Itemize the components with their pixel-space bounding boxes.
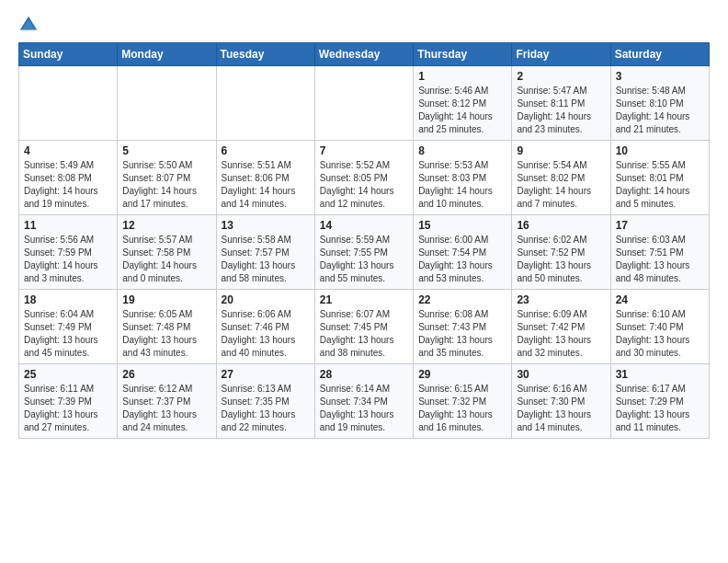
day-number: 21	[320, 293, 408, 306]
calendar-cell: 3 Sunrise: 5:48 AMSunset: 8:10 PMDayligh…	[610, 66, 709, 141]
day-number: 12	[122, 219, 210, 232]
day-info: Sunrise: 6:05 AMSunset: 7:48 PMDaylight:…	[122, 308, 210, 360]
day-info: Sunrise: 6:12 AMSunset: 7:37 PMDaylight:…	[122, 383, 210, 434]
calendar-cell: 19 Sunrise: 6:05 AMSunset: 7:48 PMDaylig…	[118, 290, 216, 364]
weekday-header-thursday: Thursday	[414, 43, 512, 66]
calendar-cell: 9 Sunrise: 5:54 AMSunset: 8:02 PMDayligh…	[512, 141, 610, 215]
day-info: Sunrise: 6:15 AMSunset: 7:32 PMDaylight:…	[418, 383, 506, 434]
day-number: 31	[616, 368, 704, 381]
day-number: 5	[122, 144, 210, 157]
calendar-cell: 6 Sunrise: 5:51 AMSunset: 8:06 PMDayligh…	[216, 141, 314, 215]
calendar-cell: 15 Sunrise: 6:00 AMSunset: 7:54 PMDaylig…	[414, 215, 512, 290]
calendar-cell	[118, 66, 216, 141]
day-info: Sunrise: 6:08 AMSunset: 7:43 PMDaylight:…	[418, 308, 506, 360]
calendar-cell: 22 Sunrise: 6:08 AMSunset: 7:43 PMDaylig…	[414, 290, 512, 364]
weekday-header-saturday: Saturday	[610, 43, 709, 66]
day-number: 17	[616, 219, 704, 232]
weekday-header-tuesday: Tuesday	[216, 43, 314, 66]
calendar-cell: 14 Sunrise: 5:59 AMSunset: 7:55 PMDaylig…	[314, 215, 413, 290]
calendar-cell: 24 Sunrise: 6:10 AMSunset: 7:40 PMDaylig…	[610, 290, 709, 364]
day-number: 8	[418, 144, 506, 157]
day-number: 20	[222, 293, 310, 306]
calendar-cell	[314, 66, 413, 141]
calendar-cell: 30 Sunrise: 6:16 AMSunset: 7:30 PMDaylig…	[512, 364, 610, 439]
calendar-cell: 10 Sunrise: 5:55 AMSunset: 8:01 PMDaylig…	[610, 141, 709, 215]
calendar-cell: 2 Sunrise: 5:47 AMSunset: 8:11 PMDayligh…	[512, 66, 610, 141]
day-number: 18	[24, 293, 112, 306]
weekday-header-wednesday: Wednesday	[314, 43, 413, 66]
day-number: 7	[320, 144, 408, 157]
day-info: Sunrise: 5:57 AMSunset: 7:58 PMDaylight:…	[122, 234, 210, 285]
day-info: Sunrise: 6:00 AMSunset: 7:54 PMDaylight:…	[418, 234, 506, 285]
calendar-cell: 11 Sunrise: 5:56 AMSunset: 7:59 PMDaylig…	[19, 215, 118, 290]
day-info: Sunrise: 5:59 AMSunset: 7:55 PMDaylight:…	[320, 234, 408, 285]
day-info: Sunrise: 6:04 AMSunset: 7:49 PMDaylight:…	[24, 308, 112, 360]
day-info: Sunrise: 5:48 AMSunset: 8:10 PMDaylight:…	[616, 85, 704, 136]
calendar-cell: 27 Sunrise: 6:13 AMSunset: 7:35 PMDaylig…	[216, 364, 314, 439]
calendar-cell: 5 Sunrise: 5:50 AMSunset: 8:07 PMDayligh…	[118, 141, 216, 215]
calendar-cell: 13 Sunrise: 5:58 AMSunset: 7:57 PMDaylig…	[216, 215, 314, 290]
day-info: Sunrise: 6:10 AMSunset: 7:40 PMDaylight:…	[616, 308, 704, 360]
day-number: 28	[320, 368, 408, 381]
day-info: Sunrise: 5:58 AMSunset: 7:57 PMDaylight:…	[222, 234, 310, 285]
calendar-cell: 16 Sunrise: 6:02 AMSunset: 7:52 PMDaylig…	[512, 215, 610, 290]
day-number: 13	[222, 219, 310, 232]
calendar-week-row: 25 Sunrise: 6:11 AMSunset: 7:39 PMDaylig…	[19, 364, 710, 439]
calendar-cell: 25 Sunrise: 6:11 AMSunset: 7:39 PMDaylig…	[19, 364, 118, 439]
day-number: 4	[24, 144, 112, 157]
day-number: 1	[418, 70, 506, 83]
day-info: Sunrise: 6:16 AMSunset: 7:30 PMDaylight:…	[517, 383, 605, 434]
day-info: Sunrise: 5:56 AMSunset: 7:59 PMDaylight:…	[24, 234, 112, 285]
calendar-cell: 17 Sunrise: 6:03 AMSunset: 7:51 PMDaylig…	[610, 215, 709, 290]
calendar-cell: 7 Sunrise: 5:52 AMSunset: 8:05 PMDayligh…	[314, 141, 413, 215]
day-info: Sunrise: 5:54 AMSunset: 8:02 PMDaylight:…	[517, 159, 605, 211]
day-number: 30	[517, 368, 605, 381]
day-info: Sunrise: 6:07 AMSunset: 7:45 PMDaylight:…	[320, 308, 408, 360]
day-number: 10	[616, 144, 704, 157]
day-number: 16	[517, 219, 605, 232]
weekday-header-friday: Friday	[512, 43, 610, 66]
day-info: Sunrise: 6:03 AMSunset: 7:51 PMDaylight:…	[616, 234, 704, 285]
calendar-cell: 28 Sunrise: 6:14 AMSunset: 7:34 PMDaylig…	[314, 364, 413, 439]
calendar-cell: 31 Sunrise: 6:17 AMSunset: 7:29 PMDaylig…	[610, 364, 709, 439]
day-number: 19	[122, 293, 210, 306]
calendar-table: SundayMondayTuesdayWednesdayThursdayFrid…	[18, 42, 710, 439]
day-info: Sunrise: 6:02 AMSunset: 7:52 PMDaylight:…	[517, 234, 605, 285]
day-info: Sunrise: 6:09 AMSunset: 7:42 PMDaylight:…	[517, 308, 605, 360]
calendar-cell	[216, 66, 314, 141]
calendar-cell: 20 Sunrise: 6:06 AMSunset: 7:46 PMDaylig…	[216, 290, 314, 364]
calendar-cell: 8 Sunrise: 5:53 AMSunset: 8:03 PMDayligh…	[414, 141, 512, 215]
logo-icon	[18, 15, 39, 35]
calendar-cell: 4 Sunrise: 5:49 AMSunset: 8:08 PMDayligh…	[19, 141, 118, 215]
day-number: 29	[418, 368, 506, 381]
day-number: 23	[517, 293, 605, 306]
day-info: Sunrise: 6:13 AMSunset: 7:35 PMDaylight:…	[222, 383, 310, 434]
logo	[18, 15, 42, 35]
calendar-cell: 29 Sunrise: 6:15 AMSunset: 7:32 PMDaylig…	[414, 364, 512, 439]
day-info: Sunrise: 5:49 AMSunset: 8:08 PMDaylight:…	[24, 159, 112, 211]
day-number: 26	[122, 368, 210, 381]
day-info: Sunrise: 6:14 AMSunset: 7:34 PMDaylight:…	[320, 383, 408, 434]
page-header	[18, 15, 710, 35]
day-number: 6	[222, 144, 310, 157]
day-number: 11	[24, 219, 112, 232]
calendar-week-row: 18 Sunrise: 6:04 AMSunset: 7:49 PMDaylig…	[19, 290, 710, 364]
day-number: 22	[418, 293, 506, 306]
day-number: 14	[320, 219, 408, 232]
day-info: Sunrise: 6:17 AMSunset: 7:29 PMDaylight:…	[616, 383, 704, 434]
calendar-cell: 21 Sunrise: 6:07 AMSunset: 7:45 PMDaylig…	[314, 290, 413, 364]
calendar-week-row: 4 Sunrise: 5:49 AMSunset: 8:08 PMDayligh…	[19, 141, 710, 215]
day-info: Sunrise: 5:55 AMSunset: 8:01 PMDaylight:…	[616, 159, 704, 211]
day-number: 27	[222, 368, 310, 381]
day-info: Sunrise: 6:11 AMSunset: 7:39 PMDaylight:…	[24, 383, 112, 434]
calendar-week-row: 11 Sunrise: 5:56 AMSunset: 7:59 PMDaylig…	[19, 215, 710, 290]
weekday-header-row: SundayMondayTuesdayWednesdayThursdayFrid…	[19, 43, 710, 66]
calendar-cell	[19, 66, 118, 141]
day-number: 15	[418, 219, 506, 232]
calendar-cell: 1 Sunrise: 5:46 AMSunset: 8:12 PMDayligh…	[414, 66, 512, 141]
calendar-cell: 18 Sunrise: 6:04 AMSunset: 7:49 PMDaylig…	[19, 290, 118, 364]
day-info: Sunrise: 5:51 AMSunset: 8:06 PMDaylight:…	[222, 159, 310, 211]
day-number: 3	[616, 70, 704, 83]
calendar-week-row: 1 Sunrise: 5:46 AMSunset: 8:12 PMDayligh…	[19, 66, 710, 141]
day-info: Sunrise: 5:50 AMSunset: 8:07 PMDaylight:…	[122, 159, 210, 211]
